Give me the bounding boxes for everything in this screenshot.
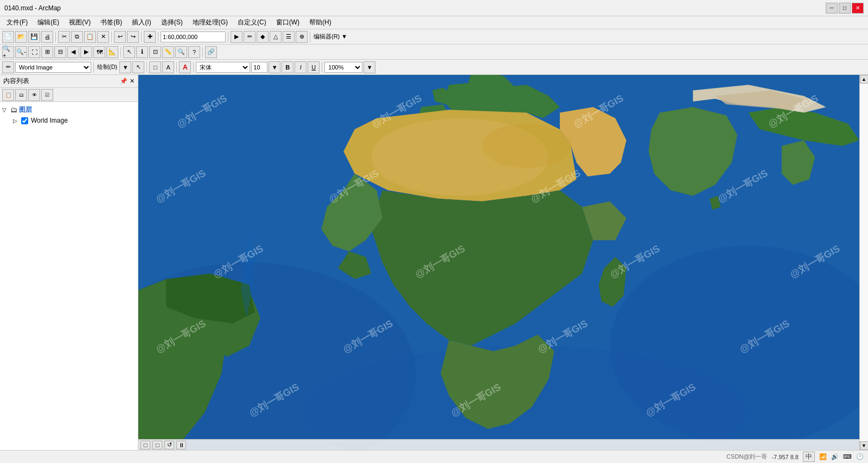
keyboard-icon: ⌨	[843, 453, 852, 460]
snapping-btn[interactable]: ⊕	[296, 31, 308, 43]
hyperlink-tool[interactable]: 🔗	[205, 46, 217, 58]
map-container[interactable]: @刘一哥GIS @刘一哥GIS @刘一哥GIS @刘一哥GIS @刘一哥GIS …	[138, 75, 859, 450]
menu-view[interactable]: 视图(V)	[65, 17, 95, 28]
print-button[interactable]: 🖨	[41, 31, 53, 43]
font-size-dropdown[interactable]: ▼	[269, 61, 280, 73]
identify-tool[interactable]: ?	[188, 46, 200, 58]
menu-insert[interactable]: 插入(I)	[127, 17, 155, 28]
csdn-label: CSDN@刘一哥	[726, 453, 767, 461]
lang-indicator[interactable]: 中	[803, 452, 815, 462]
window-title: 0140.mxd - ArcMap	[4, 4, 61, 12]
map-btn3[interactable]: ↺	[164, 441, 174, 449]
scroll-up-button[interactable]: ▲	[860, 75, 869, 84]
paste-button[interactable]: 📋	[84, 31, 96, 43]
layer-visibility-checkbox[interactable]	[21, 117, 28, 124]
clear-select[interactable]: ⊡	[149, 46, 161, 58]
font-size-input[interactable]	[251, 62, 267, 73]
pan-back[interactable]: ◀	[67, 46, 79, 58]
font-color-btn[interactable]: A	[179, 61, 191, 73]
menu-bookmark[interactable]: 书签(B)	[96, 17, 126, 28]
separator	[120, 47, 121, 58]
menu-geoprocessing[interactable]: 地理处理(G)	[188, 17, 232, 28]
info-tool[interactable]: ℹ	[136, 46, 148, 58]
draw-label: 绘制(D)	[96, 63, 118, 71]
list-by-selection-btn[interactable]: ☑	[41, 89, 53, 101]
list-by-visibility-btn[interactable]: 👁	[28, 89, 40, 101]
draw-icon: ✏	[2, 61, 14, 73]
dock-icon[interactable]: 📌	[120, 78, 127, 85]
select-arrow[interactable]: ↖	[132, 61, 144, 73]
layer-select[interactable]: World Image	[15, 62, 91, 73]
menu-file[interactable]: 文件(F)	[2, 17, 32, 28]
map-btn4[interactable]: ⏸	[176, 441, 186, 449]
scale-input[interactable]	[161, 31, 226, 42]
layers-folder-icon: 🗂	[10, 106, 17, 114]
draw-dropdown[interactable]: ▼	[119, 61, 131, 73]
layers-group-label: 图层	[19, 105, 32, 115]
open-button[interactable]: 📂	[15, 31, 27, 43]
group-expander[interactable]: ▽	[2, 107, 9, 113]
sep5	[322, 62, 322, 73]
full-extent[interactable]: 🗺	[93, 46, 105, 58]
sep1	[93, 62, 94, 73]
select-tool[interactable]: ↖	[123, 46, 135, 58]
find-tool[interactable]: 🔍	[175, 46, 187, 58]
zoom-out-button[interactable]: 🔍-	[15, 46, 27, 58]
separator5	[228, 31, 228, 42]
list-by-drawing-btn[interactable]: 📋	[2, 89, 14, 101]
pan-forward[interactable]: ▶	[80, 46, 92, 58]
segment-btn[interactable]: △	[270, 31, 282, 43]
maximize-button[interactable]: □	[839, 3, 851, 14]
map-scrollbar: ▲ ▼	[859, 75, 868, 450]
scroll-down-button[interactable]: ▼	[860, 441, 869, 450]
menu-windows[interactable]: 窗口(W)	[272, 17, 304, 28]
measure-tool[interactable]: 📏	[162, 46, 174, 58]
menu-customize[interactable]: 自定义(C)	[233, 17, 271, 28]
italic-button[interactable]: I	[295, 61, 307, 73]
attr-btn[interactable]: ☰	[283, 31, 295, 43]
contents-tree: ▽ 🗂 图层 ▷ World Image	[0, 102, 138, 450]
redo-button[interactable]: ↪	[127, 31, 139, 43]
font-name-select[interactable]: 宋体	[196, 62, 250, 73]
map-btn1[interactable]: □	[141, 441, 150, 449]
layer-expander[interactable]: ▷	[13, 118, 20, 124]
vertex-btn[interactable]: ◆	[257, 31, 269, 43]
zoom-dropdown[interactable]: ▼	[363, 61, 375, 73]
zoom-full-button[interactable]: ⛶	[28, 46, 40, 58]
cut-button[interactable]: ✂	[58, 31, 70, 43]
copy-button[interactable]: ⧉	[71, 31, 83, 43]
add-data-button[interactable]: ✚	[144, 31, 156, 43]
undo-button[interactable]: ↩	[114, 31, 126, 43]
separator	[55, 31, 56, 42]
menu-select[interactable]: 选择(S)	[157, 17, 187, 28]
zoom-layer[interactable]: 📐	[106, 46, 118, 58]
contents-header: 内容列表 📌 ✕	[0, 75, 138, 88]
fixed-zoom-out[interactable]: ⊟	[54, 46, 66, 58]
sketch-btn[interactable]: ✏	[244, 31, 256, 43]
rect-btn[interactable]: □	[149, 61, 161, 73]
clock-icon: 🕐	[856, 453, 864, 460]
menu-help[interactable]: 帮助(H)	[305, 17, 336, 28]
zoom-in-button[interactable]: 🔍+	[2, 46, 14, 58]
main-area: 内容列表 📌 ✕ 📋 🗂 👁 ☑ ▽ 🗂 图层 ▷ World Image	[0, 75, 868, 450]
bold-button[interactable]: B	[282, 61, 293, 73]
menu-edit[interactable]: 编辑(E)	[33, 17, 63, 28]
text-btn[interactable]: A	[162, 61, 174, 73]
separator2	[111, 31, 112, 42]
list-by-source-btn[interactable]: 🗂	[15, 89, 27, 101]
save-button[interactable]: 💾	[28, 31, 40, 43]
scroll-track[interactable]	[860, 84, 869, 441]
map-btn2[interactable]: □	[152, 441, 162, 449]
contents-toolbar: 📋 🗂 👁 ☑	[0, 88, 138, 102]
fixed-zoom-in[interactable]: ⊞	[41, 46, 53, 58]
minimize-button[interactable]: ─	[826, 3, 838, 14]
status-coords: -7.957 8.8	[771, 454, 799, 460]
delete-button[interactable]: ✕	[97, 31, 109, 43]
underline-button[interactable]: U	[308, 61, 320, 73]
close-panel-icon[interactable]: ✕	[130, 78, 135, 85]
close-button[interactable]: ✕	[852, 3, 864, 14]
world-image-label[interactable]: World Image	[31, 117, 68, 124]
new-button[interactable]: 📄	[2, 31, 14, 43]
editor-button[interactable]: ▶	[231, 31, 242, 43]
zoom-select[interactable]: 100%	[324, 62, 362, 73]
